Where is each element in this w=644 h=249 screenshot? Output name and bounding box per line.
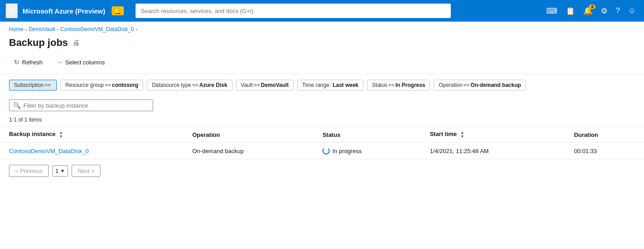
app-title: Microsoft Azure (Preview) [23,7,105,15]
items-count: 1-1 of 1 items [0,113,644,125]
chevron-down-icon: ▼ [60,168,65,173]
col-start-time[interactable]: Start time ▲▼ [421,127,565,143]
filter-op: == [104,82,111,88]
filter-chip-5[interactable]: Status == In Progress [367,80,430,91]
filter-val: On-demand backup [471,82,521,88]
next-button[interactable]: Next > [72,165,100,177]
refresh-label: Refresh [22,59,43,66]
feedback-icon-btn[interactable]: 📋 [563,5,578,18]
page-title: Backup jobs [9,37,68,49]
cell-operation: On-demand backup [183,143,313,159]
filter-op: == [192,82,199,88]
hamburger-menu[interactable]: ☰ [5,3,18,18]
filter-val: Last week [333,82,358,88]
toolbar: ↻ Refresh → Select columns [0,56,644,74]
search-area: 🔍 [0,96,644,113]
refresh-button[interactable]: ↻ Refresh [9,56,48,68]
print-icon[interactable]: 🖨 [73,39,80,47]
search-input[interactable] [136,4,451,18]
page-number: 1 [55,168,59,174]
sort-icon-backup-instance: ▲▼ [59,131,63,139]
col-status: Status [313,127,421,143]
filter-op: == [45,82,51,88]
breadcrumb-sep-3: › [136,27,137,32]
prev-button[interactable]: < Previous [9,165,49,177]
breadcrumb-sep-2: › [57,27,59,32]
filter-val: Azure Disk [200,82,227,88]
select-columns-label: Select columns [65,59,105,66]
filter-op: == [388,82,395,88]
filter-val: In Progress [395,82,425,88]
filter-op: == [463,82,470,88]
filter-chip-1[interactable]: Resource group == contosorg [60,80,143,91]
filter-chip-3[interactable]: Vault == DemoVault [236,80,294,91]
select-columns-button[interactable]: → Select columns [51,56,110,68]
cell-status: In progress [313,143,421,159]
filter-key: Subscription [14,82,44,88]
status-text: In progress [332,148,362,154]
search-icon: 🔍 [13,102,21,109]
page-select[interactable]: 1 ▼ [52,165,68,177]
filter-op: == [254,82,260,88]
cell-start-time: 1/4/2021, 11:25:48 AM [421,143,565,159]
filter-key: Datasource type [152,82,191,88]
cell-backup-instance: ContosoDemoVM_DataDisk_0 [0,143,183,159]
notifications-icon-btn[interactable]: 🔔8 [581,5,595,18]
filter-val: DemoVault [261,82,289,88]
sort-icon-start-time: ▲▼ [460,131,464,139]
filter-key: Status [372,82,387,88]
col-operation: Operation [183,127,313,143]
filter-key: Resource group [65,82,104,88]
breadcrumb-demovault[interactable]: DemoVault [29,26,55,32]
filter-chip-0[interactable]: Subscription == [9,80,57,91]
col-duration: Duration [565,127,644,143]
notification-badge-icon: 🔔 [112,6,124,15]
filter-op: : [330,82,331,88]
global-search [136,4,451,18]
backup-instance-filter-input[interactable] [23,102,149,109]
page-header: Backup jobs 🖨 [0,34,644,56]
breadcrumb-home[interactable]: Home [9,26,23,32]
terminal-icon-btn[interactable]: ⌨ [544,5,560,18]
nav-icon-group: ⌨ 📋 🔔8 ⚙ ? ☺ [544,5,639,18]
filter-chip-2[interactable]: Datasource type == Azure Disk [147,80,232,91]
cell-duration: 00:01:33 [565,143,644,159]
top-navigation: ☰ Microsoft Azure (Preview) 🔔 ⌨ 📋 🔔8 ⚙ ?… [0,0,644,22]
filters-area: Subscription == Resource group == contos… [0,74,644,96]
breadcrumb: Home › DemoVault › ContosoDemoVM_DataDis… [0,22,644,34]
filter-key: Vault [241,82,253,88]
table-row[interactable]: ContosoDemoVM_DataDisk_0 On-demand backu… [0,143,644,159]
backup-jobs-table: Backup instance ▲▼ Operation Status Star… [0,127,644,159]
pagination: < Previous 1 ▼ Next > [0,159,644,182]
filter-key: Operation [439,82,463,88]
settings-icon-btn[interactable]: ⚙ [598,5,610,18]
filter-key: Time range [302,82,329,88]
breadcrumb-contoso[interactable]: ContosoDemoVM_DataDisk_0 [60,26,134,32]
search-box: 🔍 [9,100,153,111]
account-icon-btn[interactable]: ☺ [626,5,639,17]
filter-chip-6[interactable]: Operation == On-demand backup [434,80,526,91]
status-spinner-icon [322,147,330,154]
help-icon-btn[interactable]: ? [613,5,622,17]
breadcrumb-sep-1: › [25,27,27,32]
col-backup-instance[interactable]: Backup instance ▲▼ [0,127,183,143]
columns-icon: → [56,59,63,66]
notification-count: 8 [589,5,595,9]
filter-val: contosorg [112,82,138,88]
refresh-icon: ↻ [14,59,19,66]
table-header-row: Backup instance ▲▼ Operation Status Star… [0,127,644,143]
filter-chip-4[interactable]: Time range : Last week [297,80,363,91]
